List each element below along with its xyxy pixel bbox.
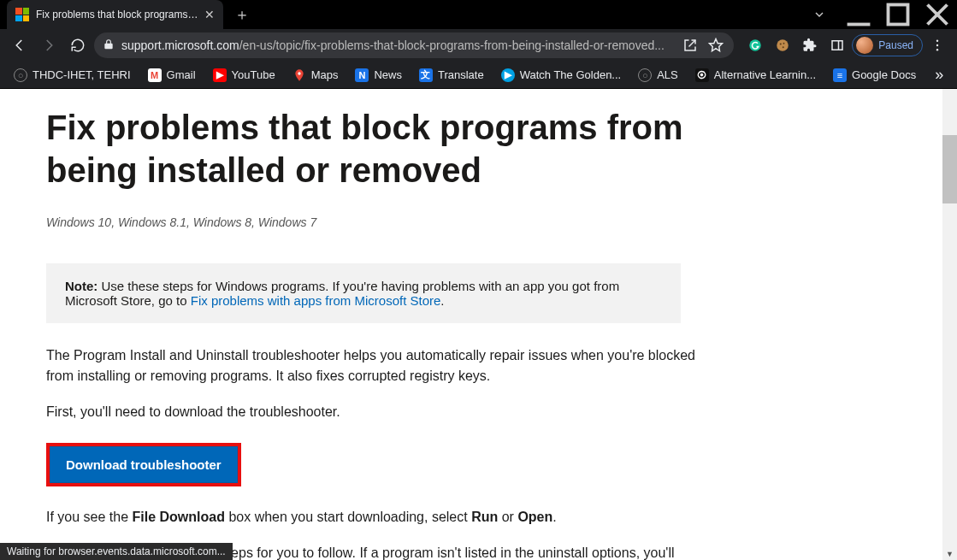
toolbar-right: Paused <box>742 32 950 58</box>
page-content: Fix problems that block programs from be… <box>0 89 701 560</box>
paragraph: First, you'll need to download the troub… <box>46 402 696 422</box>
bookmark-label: Translate <box>438 68 484 81</box>
globe-icon: ○ <box>638 68 652 82</box>
tab-favicon <box>15 8 29 21</box>
paused-label: Paused <box>878 39 913 51</box>
minimize-button[interactable] <box>839 0 878 29</box>
side-panel-icon[interactable] <box>824 32 850 58</box>
bookmark-youtube[interactable]: ▶ YouTube <box>206 65 282 85</box>
translate-icon: 文 <box>419 68 433 82</box>
bookmark-thdc[interactable]: ○ THDC-IHET, TEHRI <box>7 65 138 85</box>
extension-cookie-icon[interactable] <box>770 32 795 58</box>
scrollbar-thumb[interactable] <box>942 135 957 203</box>
svg-point-12 <box>936 40 938 42</box>
window-controls <box>800 0 957 29</box>
gmail-icon: M <box>148 68 162 82</box>
note-label: Note: <box>65 279 97 293</box>
docs-icon: ≡ <box>833 68 847 82</box>
bookmark-label: Watch The Golden... <box>520 68 622 81</box>
svg-rect-1 <box>889 5 908 25</box>
paragraph: If you see the File Download box when yo… <box>46 507 696 528</box>
bookmark-label: YouTube <box>232 68 275 81</box>
paragraph: The Program Install and Uninstall troubl… <box>46 345 696 386</box>
close-icon[interactable]: ✕ <box>204 8 215 21</box>
profile-paused-chip[interactable]: Paused <box>852 34 923 56</box>
avatar <box>856 37 873 54</box>
svg-point-15 <box>298 72 300 74</box>
bookmark-news[interactable]: N News <box>348 65 409 85</box>
bookmark-als[interactable]: ○ ALS <box>631 65 685 85</box>
svg-rect-10 <box>832 41 842 50</box>
bookmark-label: Alternative Learnin... <box>714 68 816 81</box>
status-bar: Waiting for browser.events.data.microsof… <box>0 543 233 560</box>
maps-icon <box>292 68 306 82</box>
bookmark-translate[interactable]: 文 Translate <box>412 65 491 85</box>
bookmark-label: THDC-IHET, TEHRI <box>32 68 131 81</box>
applies-to: Windows 10, Windows 8.1, Windows 8, Wind… <box>46 215 701 229</box>
maximize-button[interactable] <box>878 0 918 29</box>
kebab-menu-icon[interactable] <box>925 32 950 58</box>
close-window-button[interactable] <box>918 0 957 29</box>
svg-point-14 <box>936 49 938 50</box>
svg-marker-4 <box>710 39 723 51</box>
scroll-down-arrow-icon[interactable]: ▼ <box>942 548 957 560</box>
page-viewport: Fix problems that block programs from be… <box>0 89 957 560</box>
svg-point-9 <box>783 46 784 48</box>
bookmark-maps[interactable]: Maps <box>286 65 346 85</box>
forward-button[interactable] <box>36 32 62 58</box>
play-icon: ▶ <box>501 68 515 82</box>
extensions-icon[interactable] <box>797 32 823 58</box>
bookmark-label: Google Docs <box>852 68 916 81</box>
chevron-down-icon[interactable] <box>800 0 839 29</box>
new-tab-button[interactable]: ＋ <box>230 3 254 27</box>
bookmark-label: Gmail <box>167 68 196 81</box>
extension-grammarly-icon[interactable] <box>742 32 768 58</box>
bookmark-label: News <box>374 68 402 81</box>
note-box: Note: Use these steps for Windows progra… <box>46 263 681 323</box>
waveform-icon: ⦿ <box>695 68 709 82</box>
browser-toolbar: support.microsoft.com/en-us/topic/fix-pr… <box>0 29 957 62</box>
bookmark-label: Maps <box>311 68 339 81</box>
note-link[interactable]: Fix problems with apps from Microsoft St… <box>191 293 441 308</box>
star-icon[interactable] <box>706 32 725 58</box>
bookmark-google-docs[interactable]: ≡ Google Docs <box>826 65 923 85</box>
globe-icon: ○ <box>14 68 27 82</box>
download-highlight: Download troubleshooter <box>46 443 241 486</box>
note-text-after: . <box>440 293 444 308</box>
svg-point-7 <box>780 43 782 44</box>
lock-icon <box>103 38 115 53</box>
youtube-icon: ▶ <box>213 68 227 82</box>
reload-button[interactable] <box>65 32 91 58</box>
address-bar[interactable]: support.microsoft.com/en-us/topic/fix-pr… <box>94 32 734 58</box>
news-icon: N <box>355 68 369 82</box>
bookmarks-overflow-icon[interactable]: » <box>926 66 952 84</box>
svg-point-6 <box>777 39 789 51</box>
download-troubleshooter-button[interactable]: Download troubleshooter <box>50 446 238 483</box>
window-titlebar: Fix problems that block programs… ✕ ＋ <box>0 0 957 29</box>
share-icon[interactable] <box>681 32 700 58</box>
svg-point-8 <box>783 43 785 44</box>
bookmark-watch-golden[interactable]: ▶ Watch The Golden... <box>494 65 629 85</box>
bookmarks-bar: ○ THDC-IHET, TEHRI M Gmail ▶ YouTube Map… <box>0 62 957 89</box>
url-text: support.microsoft.com/en-us/topic/fix-pr… <box>121 38 674 52</box>
svg-point-13 <box>936 44 938 46</box>
page-title: Fix problems that block programs from be… <box>46 106 701 192</box>
back-button[interactable] <box>7 32 32 58</box>
tab-title: Fix problems that block programs… <box>36 9 198 21</box>
browser-tab[interactable]: Fix problems that block programs… ✕ <box>7 0 223 29</box>
bookmark-alt-learning[interactable]: ⦿ Alternative Learnin... <box>688 65 823 85</box>
bookmark-label: ALS <box>657 68 678 81</box>
bookmark-gmail[interactable]: M Gmail <box>141 65 203 85</box>
